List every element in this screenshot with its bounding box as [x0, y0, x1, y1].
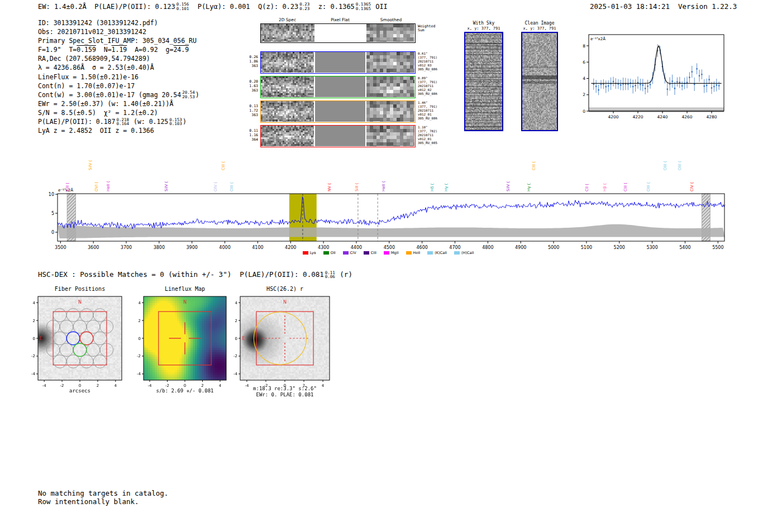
weighted-sum-row [260, 23, 416, 43]
weighted-2dspec-image [261, 24, 314, 42]
data-point [598, 89, 599, 91]
y-tick-label: -2 [233, 354, 237, 358]
full-spectrum-chart: 3500360037003800390040004100420043004400… [45, 146, 732, 253]
data-point [679, 82, 681, 83]
emission-line-label: CII ( [585, 184, 589, 191]
fiber-positions-cutout: -4-4-2-2002244NE [22, 293, 140, 393]
text-segment: 0.159 [77, 46, 96, 54]
spec2d-row-right-labels: 0.61"(377, 791)20210711v012_03305_RU_086 [418, 52, 437, 71]
y-tick-label: -2 [137, 354, 141, 358]
weighted-sum-label: WeightedSum [418, 25, 435, 32]
spec2d-row [260, 125, 416, 147]
fiber-circle [53, 309, 66, 322]
legend-label: MgII [391, 251, 399, 255]
spec2d-2d-image [261, 76, 314, 97]
info-line: S/N = 8.5(±0.5) χ² = 1.2(±0.2) [38, 108, 199, 117]
legend-swatch [303, 251, 308, 255]
spec2d-row-right-labels: 1.46"(377, 791)20210711v012_01305_RU_086 [418, 101, 437, 121]
lineflux-map-title: Lineflux Map [144, 286, 226, 292]
x-tick-label: -2 [165, 384, 169, 388]
hsc-cutout-title: HSC(26.2) r [240, 286, 330, 292]
fiber-xlabel: arcsecs [38, 388, 122, 394]
text-segment: LyA z = 2.4852 OII z = 0.1366 [38, 127, 154, 135]
data-point [608, 85, 609, 87]
emission-line-label: OIII ( [663, 161, 667, 170]
y-tick-label: 4 [139, 301, 141, 305]
info-line: λ = 4236.86Å σ = 2.53(±0.40)Å [38, 63, 199, 72]
fiber-circle [87, 320, 100, 333]
legend-item: MgII [384, 251, 399, 255]
data-point [686, 82, 688, 83]
spectrum-line [58, 196, 725, 228]
stacked-value: 0.13650.1365 [356, 2, 371, 11]
legend-item: Lyα [303, 251, 316, 255]
clean-panel [521, 32, 558, 131]
spec2d-row [260, 51, 416, 74]
emission-line-label: CIII ( [532, 161, 536, 170]
x-tick-label: 4280 [706, 114, 717, 119]
legend-item: CIV [343, 251, 356, 255]
fiber-circle [80, 332, 93, 345]
line-fit-chart: 4200422042404260428002468e⁻¹⁷x2Å [581, 29, 729, 132]
text-segment: Obs: 20210711v012_3013391242 [38, 28, 146, 36]
stacked-value: 20.5420.53 [182, 90, 195, 99]
spec2d-row [260, 76, 416, 98]
text-segment: S/N = 8.5(±0.5) χ² = 1.2(±0.2) [38, 109, 158, 117]
info-line: LineFlux = 1.50(±0.21)e-16 [38, 73, 199, 82]
legend-label: Lyα [310, 251, 316, 255]
data-point [645, 88, 646, 89]
data-point [620, 84, 622, 86]
stacked-value: 0.1560.101 [177, 2, 189, 11]
spec2d-row-left-labels: 0.131.72363 [245, 104, 258, 117]
hsc-caption-2: EWr: 0. PLAE: 0.081 [240, 392, 330, 397]
emission-line-label: OIII ( [230, 182, 234, 191]
x-tick-label: 4200 [285, 245, 296, 250]
data-point [711, 87, 713, 89]
east-label: E [242, 336, 245, 341]
data-point [716, 84, 718, 86]
data-point [613, 81, 614, 83]
y-tick-label: 4 [235, 301, 238, 305]
emission-line-label: OIV ( [213, 181, 218, 191]
hscdex-matches-line: HSC-DEX : Possible Matches = 0 (within +… [38, 270, 352, 279]
x-tick-label: 4 [115, 384, 117, 388]
fiber-circle [87, 343, 100, 357]
spec2d-2d-image [261, 101, 314, 122]
fiber-circle [53, 332, 66, 345]
withsky-image [465, 33, 502, 130]
y-tick-label: 10 [49, 192, 54, 197]
x-tick-label: 4260 [681, 114, 692, 119]
weighted-smoothed-image [366, 24, 414, 42]
y-tick-label: 0 [51, 230, 54, 235]
x-tick-label: 4600 [416, 245, 427, 250]
x-tick-label: -4 [148, 384, 152, 388]
legend-swatch [454, 251, 460, 255]
text-segment: P(Lyα): 0.001 Q(z): 0.23 [189, 3, 298, 11]
data-point [694, 84, 695, 85]
legend-swatch [427, 251, 433, 255]
info-line: RA,Dec (207.568909,54.794289) [38, 54, 199, 63]
data-point [671, 80, 673, 82]
data-point [640, 84, 641, 85]
clean-coords: x, y: 377, 791 [518, 26, 561, 31]
fiber-circle [93, 355, 107, 368]
col-header-smoothed: Smoothed [366, 17, 416, 22]
text-segment: HSC-DEX : Possible Matches = 0 (within +… [38, 270, 324, 279]
x-tick-label: 5300 [646, 245, 657, 250]
x-tick-label: 3800 [154, 245, 165, 250]
data-point [605, 86, 607, 88]
data-point [647, 85, 649, 87]
emission-line-label: HeII ( [106, 181, 111, 191]
info-line: Cont(w) = 3.00(±0.01)e-17 (gmag 20.5420.… [38, 90, 199, 99]
emission-line-label: SiII ( [355, 183, 359, 191]
data-point [713, 86, 715, 88]
north-label: N [183, 300, 187, 305]
data-point [635, 85, 636, 87]
stacked-value: 0.110.06 [325, 271, 335, 279]
text-segment: Cont(w) = 3.00(±0.01)e-17 (gmag 20.54 [38, 91, 181, 99]
y-tick-label: 2 [33, 319, 35, 323]
info-line: Cont(n) = 1.70(±0.07)e-17 [38, 82, 199, 90]
stacked-value: 0.230.23 [299, 2, 309, 11]
data-point [632, 86, 634, 88]
legend-item: OII [323, 251, 336, 255]
